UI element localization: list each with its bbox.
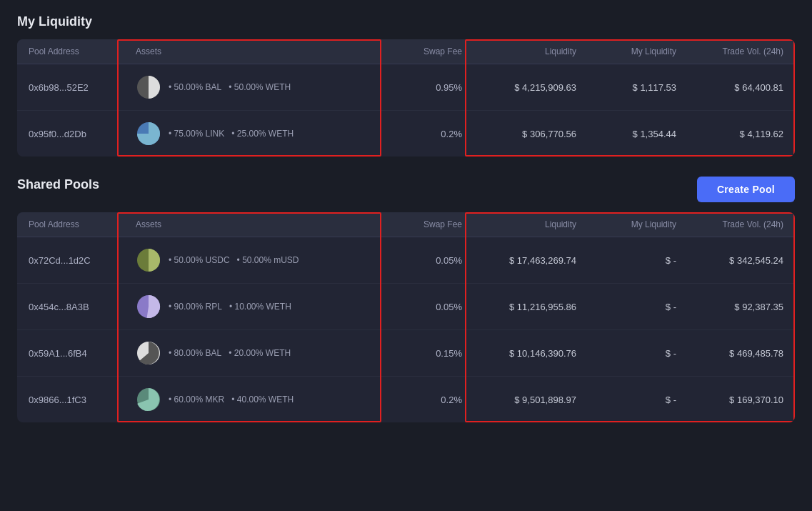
asset-label-1: 90.00% RPL xyxy=(169,302,222,312)
trade-vol-value: $ 342,545.24 xyxy=(676,255,783,266)
my-liquidity-header: Pool Address Assets Swap Fee Liquidity M… xyxy=(17,39,795,64)
trade-vol-value: $ 169,370.10 xyxy=(676,395,783,405)
shared-pools-header: Pool Address Assets Swap Fee Liquidity M… xyxy=(17,212,795,237)
assets-cell: 50.00% USDC 50.00% mUSD xyxy=(136,247,400,273)
col-trade-vol: Trade Vol. (24h) xyxy=(676,219,783,229)
col-trade-vol: Trade Vol. (24h) xyxy=(676,46,783,56)
pool-address: 0x95f0...d2Db xyxy=(29,129,136,139)
pie-chart-icon xyxy=(136,387,161,412)
asset-label-1: 75.00% LINK xyxy=(169,129,224,139)
asset-labels: 90.00% RPL 10.00% WETH xyxy=(169,302,291,312)
col-my-liquidity: My Liquidity xyxy=(576,46,676,56)
table-row[interactable]: 0x9866...1fC3 60.00% MKR 40.00% WETH 0.2… xyxy=(17,377,795,422)
assets-cell: 80.00% BAL 20.00% WETH xyxy=(136,340,400,366)
pool-address: 0x59A1...6fB4 xyxy=(29,348,136,359)
pie-chart-icon xyxy=(136,121,161,147)
asset-label-1: 60.00% MKR xyxy=(169,395,224,405)
swap-fee: 0.2% xyxy=(400,395,462,405)
table-row[interactable]: 0x72Cd...1d2C 50.00% USDC 50.00% mUSD 0.… xyxy=(17,237,795,284)
my-liquidity-value: $ 1,354.44 xyxy=(576,129,676,139)
col-liquidity: Liquidity xyxy=(462,46,576,56)
trade-vol-value: $ 92,387.35 xyxy=(676,302,783,312)
assets-cell: 50.00% BAL 50.00% WETH xyxy=(136,74,400,100)
col-liquidity: Liquidity xyxy=(462,219,576,229)
asset-labels: 50.00% BAL 50.00% WETH xyxy=(169,82,291,92)
col-pool-address: Pool Address xyxy=(29,46,136,56)
liquidity-value: $ 306,770.56 xyxy=(462,129,576,139)
liquidity-value: $ 10,146,390.76 xyxy=(462,348,576,359)
pie-chart-icon xyxy=(136,74,161,100)
liquidity-value: $ 17,463,269.74 xyxy=(462,255,576,266)
page-title: My Liquidity xyxy=(17,14,795,29)
asset-labels: 75.00% LINK 25.00% WETH xyxy=(169,129,294,139)
asset-labels: 60.00% MKR 40.00% WETH xyxy=(169,395,294,405)
assets-cell: 75.00% LINK 25.00% WETH xyxy=(136,121,400,147)
pool-address: 0x9866...1fC3 xyxy=(29,395,136,405)
pool-address: 0x454c...8A3B xyxy=(29,302,136,312)
pie-chart-icon xyxy=(136,247,161,273)
asset-label-2: 20.00% WETH xyxy=(229,348,291,358)
asset-label-2: 50.00% WETH xyxy=(229,82,291,92)
asset-labels: 80.00% BAL 20.00% WETH xyxy=(169,348,291,358)
asset-label-1: 50.00% BAL xyxy=(169,82,221,92)
trade-vol-value: $ 469,485.78 xyxy=(676,348,783,359)
table-row[interactable]: 0x454c...8A3B 90.00% RPL 10.00% WETH 0.0… xyxy=(17,284,795,330)
liquidity-value: $ 9,501,898.97 xyxy=(462,395,576,405)
col-assets: Assets xyxy=(136,46,400,56)
assets-cell: 60.00% MKR 40.00% WETH xyxy=(136,387,400,412)
asset-label-2: 40.00% WETH xyxy=(231,395,294,405)
swap-fee: 0.05% xyxy=(400,255,462,266)
swap-fee: 0.15% xyxy=(400,348,462,359)
shared-pools-section-row: Shared Pools Create Pool xyxy=(17,177,795,202)
shared-pools-table: Pool Address Assets Swap Fee Liquidity M… xyxy=(17,212,795,422)
table-row[interactable]: 0x59A1...6fB4 80.00% BAL 20.00% WETH 0.1… xyxy=(17,330,795,377)
asset-labels: 50.00% USDC 50.00% mUSD xyxy=(169,255,299,265)
my-liquidity-value: $ - xyxy=(576,348,676,359)
liquidity-value: $ 4,215,909.63 xyxy=(462,82,576,93)
col-swap-fee: Swap Fee xyxy=(400,219,462,229)
col-my-liquidity: My Liquidity xyxy=(576,219,676,229)
asset-label-2: 50.00% mUSD xyxy=(237,255,299,265)
table-row[interactable]: 0x6b98...52E2 50.00% BAL 50.00% WETH 0.9… xyxy=(17,64,795,111)
swap-fee: 0.2% xyxy=(400,129,462,139)
trade-vol-value: $ 4,119.62 xyxy=(676,129,783,139)
assets-cell: 90.00% RPL 10.00% WETH xyxy=(136,294,400,319)
liquidity-value: $ 11,216,955.86 xyxy=(462,302,576,312)
pie-chart-icon xyxy=(136,294,161,319)
asset-label-1: 80.00% BAL xyxy=(169,348,221,358)
my-liquidity-value: $ - xyxy=(576,255,676,266)
my-liquidity-table: Pool Address Assets Swap Fee Liquidity M… xyxy=(17,39,795,157)
swap-fee: 0.05% xyxy=(400,302,462,312)
col-swap-fee: Swap Fee xyxy=(400,46,462,56)
my-liquidity-value: $ - xyxy=(576,302,676,312)
pool-address: 0x6b98...52E2 xyxy=(29,82,136,93)
shared-pools-title: Shared Pools xyxy=(17,177,99,192)
create-pool-button[interactable]: Create Pool xyxy=(697,177,795,202)
pool-address: 0x72Cd...1d2C xyxy=(29,255,136,266)
asset-label-1: 50.00% USDC xyxy=(169,255,230,265)
col-assets: Assets xyxy=(136,219,400,229)
my-liquidity-value: $ - xyxy=(576,395,676,405)
asset-label-2: 25.00% WETH xyxy=(231,129,294,139)
trade-vol-value: $ 64,400.81 xyxy=(676,82,783,93)
pie-chart-icon xyxy=(136,340,161,366)
table-row[interactable]: 0x95f0...d2Db 75.00% LINK 25.00% WETH 0.… xyxy=(17,111,795,157)
swap-fee: 0.95% xyxy=(400,82,462,93)
asset-label-2: 10.00% WETH xyxy=(229,302,291,312)
col-pool-address: Pool Address xyxy=(29,219,136,229)
my-liquidity-value: $ 1,117.53 xyxy=(576,82,676,93)
